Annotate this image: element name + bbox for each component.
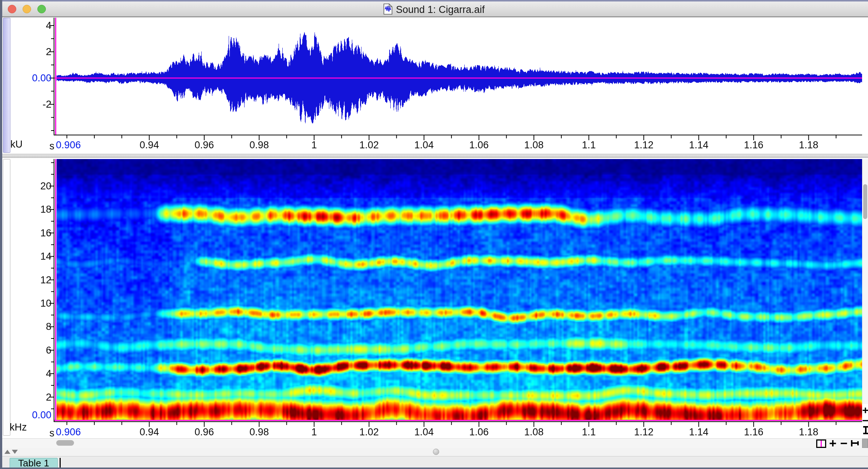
splitter-dimple-handle[interactable] [433, 449, 439, 455]
horizontal-scrollbar-track[interactable] [2, 438, 868, 448]
horizontal-zoom-in-button[interactable]: + [828, 438, 838, 449]
titlebar[interactable]: Sound 1: Cigarra.aif [0, 1, 868, 17]
spectrogram-pane-selection-lane[interactable] [3, 159, 10, 436]
pane-up-arrow-icon[interactable] [4, 450, 10, 454]
window-frame-left [0, 0, 2, 469]
app-window: Sound 1: Cigarra.aif 420.00-220181614121… [0, 0, 868, 469]
window-title: Sound 1: Cigarra.aif [396, 4, 485, 16]
vertical-zoom-out-button[interactable]: − [861, 415, 868, 426]
vertical-fit-icon[interactable] [863, 426, 868, 434]
sound-document-icon [383, 3, 393, 16]
selection-position-icon[interactable] [816, 439, 826, 448]
waveform-plot[interactable] [36, 17, 868, 141]
horizontal-fit-icon[interactable] [851, 440, 859, 446]
pane-down-arrow-icon[interactable] [12, 450, 18, 454]
window-frame-top [0, 0, 868, 1]
horizontal-scrollbar-thumb[interactable] [56, 440, 74, 446]
tab-text-cursor [60, 458, 61, 468]
waveform-pane-selection-lane[interactable] [3, 18, 10, 153]
vertical-scrollbar-thumb[interactable] [863, 184, 867, 219]
horizontal-zoom-out-button[interactable]: − [839, 438, 849, 449]
window-frame-bottom [0, 468, 868, 469]
spectrogram-unit-label: kHz [10, 422, 27, 433]
tab-table-1[interactable]: Table 1 [10, 458, 58, 468]
spectrogram-plot[interactable] [36, 158, 868, 438]
waveform-cursor-prefix: s [50, 141, 55, 152]
waveform-cursor-time: 0.906 [56, 139, 81, 151]
waveform-unit-label: kU [10, 139, 23, 150]
title-block: Sound 1: Cigarra.aif [0, 3, 868, 16]
scrollbar-corner [862, 439, 868, 448]
spectrogram-cursor-time: 0.906 [56, 426, 81, 438]
pane-splitter[interactable] [2, 154, 868, 158]
spectrogram-cursor-prefix: s [50, 428, 55, 439]
tab-bar: Table 1 [2, 456, 868, 468]
